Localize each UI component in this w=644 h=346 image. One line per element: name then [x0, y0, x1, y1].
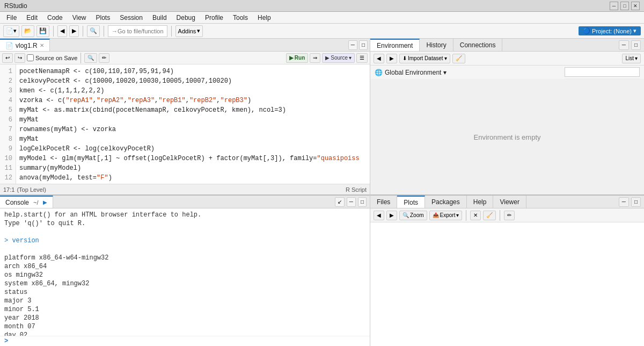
files-sep: [466, 210, 466, 221]
maximize-button[interactable]: □: [620, 2, 629, 10]
editor-more-button[interactable]: ☰: [356, 53, 368, 63]
edit-code-button[interactable]: ✏: [99, 53, 109, 63]
env-broom-button[interactable]: 🧹: [452, 54, 465, 63]
menu-view[interactable]: View: [68, 13, 91, 23]
editor-statusbar: 17:1 (Top Level) R Script: [0, 184, 370, 194]
editor-tab-vlog1[interactable]: 📄 vlog1.R ✕: [0, 39, 50, 51]
menu-file[interactable]: File: [2, 13, 21, 23]
editor-maximize-button[interactable]: □: [359, 40, 368, 50]
plots-delete-button[interactable]: ✕: [470, 211, 481, 220]
lower-right: Files Plots Packages Help Viewer: [370, 196, 644, 346]
console-tabs: Console ~/ ▶ ↙ ─ □: [0, 196, 370, 208]
find-button[interactable]: 🔍: [87, 25, 100, 37]
files-tab-viewer[interactable]: Viewer: [493, 196, 526, 208]
export-arrow: ▾: [456, 212, 459, 218]
toolbar-sep-4: [171, 26, 172, 37]
run-button[interactable]: ▶ Run: [286, 53, 308, 63]
project-arrow: ▾: [633, 27, 636, 34]
files-tab-viewer-label: Viewer: [500, 198, 519, 206]
plots-broom-button[interactable]: 🧹: [483, 211, 496, 220]
forward-button[interactable]: ▶: [69, 25, 79, 37]
main-toolbar: 📄▾ 📂 💾 ◀ ▶ 🔍 → Go to file/function Addin…: [0, 24, 644, 39]
global-env-selector[interactable]: 🌐 Global Environment ▾: [375, 69, 447, 76]
menu-session[interactable]: Session: [115, 13, 147, 23]
editor-area: 📄 vlog1.R ✕ ─ □ ↩ ↪ Source on Save: [0, 39, 370, 196]
menu-build[interactable]: Build: [148, 13, 171, 23]
console-tab[interactable]: Console ~/ ▶: [0, 196, 53, 208]
env-search-input[interactable]: [565, 67, 640, 77]
menu-edit[interactable]: Edit: [22, 13, 42, 23]
env-back-button[interactable]: ◀: [374, 54, 384, 63]
editor-tab-close[interactable]: ✕: [40, 42, 44, 48]
env-toolbar: ◀ ▶ ⬇ Import Dataset ▾ 🧹 List ▾: [370, 52, 644, 66]
zoom-label: Zoom: [410, 212, 424, 218]
import-dataset-button[interactable]: ⬇ Import Dataset ▾: [399, 54, 450, 63]
new-file-button[interactable]: 📄▾: [3, 25, 19, 37]
titlebar: RStudio ─ □ ✕: [0, 0, 644, 12]
source-on-save-label[interactable]: Source on Save: [27, 54, 77, 61]
source-icon: ▶: [325, 55, 330, 61]
code-content[interactable]: pocetNenamapR <- c(100,110,107,95,91,94)…: [16, 64, 370, 184]
source-on-save-checkbox[interactable]: [27, 54, 34, 61]
step-button[interactable]: ⇒: [310, 53, 320, 63]
save-button[interactable]: 💾: [36, 25, 49, 37]
menu-tools[interactable]: Tools: [229, 13, 252, 23]
console-content[interactable]: help.start() for an HTML browser interfa…: [0, 208, 370, 336]
toolbar-sep-1: [53, 26, 54, 37]
open-file-button[interactable]: 📂: [21, 25, 34, 37]
redo-button[interactable]: ↪: [14, 53, 25, 63]
files-tab-plots[interactable]: Plots: [397, 196, 425, 208]
menu-debug[interactable]: Debug: [172, 13, 200, 23]
menu-profile[interactable]: Profile: [201, 13, 228, 23]
plots-export-button[interactable]: 📤 Export ▾: [429, 211, 463, 220]
import-dataset-label: Import Dataset: [408, 55, 443, 61]
code-line-8: myMat: [19, 134, 367, 144]
console-max-button[interactable]: □: [358, 197, 367, 207]
files-sep-2: [500, 210, 500, 221]
env-tab-history[interactable]: History: [420, 39, 453, 51]
env-max-button[interactable]: □: [631, 40, 641, 50]
code-editor[interactable]: 12345 678910 1112131415 1617 pocetNenama…: [0, 64, 370, 184]
addins-button[interactable]: Addins ▾: [175, 25, 203, 37]
files-max-button[interactable]: □: [631, 197, 641, 207]
console-workdir-icon[interactable]: ▶: [43, 199, 47, 205]
files-min-button[interactable]: ─: [619, 197, 629, 207]
goto-file-button[interactable]: → Go to file/function: [108, 25, 167, 37]
close-button[interactable]: ✕: [631, 2, 640, 10]
menu-code[interactable]: Code: [43, 13, 67, 23]
menu-help[interactable]: Help: [253, 13, 275, 23]
files-tab-help[interactable]: Help: [467, 196, 494, 208]
env-list-button[interactable]: List ▾: [622, 54, 641, 63]
addins-arrow: ▾: [197, 27, 200, 34]
editor-minimize-button[interactable]: ─: [348, 40, 357, 50]
env-forward-button[interactable]: ▶: [386, 54, 397, 63]
env-tab-environment[interactable]: Environment: [370, 39, 420, 51]
console-area: Console ~/ ▶ ↙ ─ □ help.start() for an H…: [0, 196, 370, 346]
plots-edit-button[interactable]: ✏: [504, 211, 515, 220]
undo-button[interactable]: ↩: [2, 53, 13, 63]
global-env-arrow: ▾: [443, 69, 447, 76]
console-min-button[interactable]: ─: [347, 197, 356, 207]
source-button[interactable]: ▶ Source ▾: [322, 53, 355, 63]
menu-plots[interactable]: Plots: [92, 13, 115, 23]
import-dataset-arrow: ▾: [444, 55, 447, 61]
console-input[interactable]: [8, 337, 365, 345]
env-min-button[interactable]: ─: [619, 40, 629, 50]
project-selector[interactable]: 🔵 Project: (None) ▾: [579, 26, 641, 35]
top-level: (Top Level): [17, 186, 46, 193]
code-line-11: summary(myModel): [19, 163, 367, 173]
search-button[interactable]: 🔍: [84, 53, 97, 63]
back-button[interactable]: ◀: [57, 25, 67, 37]
editor-toolbar: ↩ ↪ Source on Save 🔍 ✏ ▶ Run ⇒: [0, 52, 370, 64]
plots-zoom-button[interactable]: 🔍 Zoom: [399, 211, 427, 220]
env-toolbar-left: ◀ ▶ ⬇ Import Dataset ▾ 🧹: [374, 54, 465, 63]
plots-forward-button[interactable]: ▶: [386, 211, 397, 220]
files-tab-packages[interactable]: Packages: [425, 196, 467, 208]
env-tab-connections[interactable]: Connections: [453, 39, 503, 51]
minimize-button[interactable]: ─: [610, 2, 618, 10]
right-pane: Environment History Connections ─ □: [370, 39, 644, 346]
console-clear-button[interactable]: ↙: [335, 197, 345, 207]
files-tab-files[interactable]: Files: [370, 196, 397, 208]
console-platform: platform x86_64-w64-mingw32: [4, 254, 365, 262]
plots-back-button[interactable]: ◀: [374, 211, 384, 220]
